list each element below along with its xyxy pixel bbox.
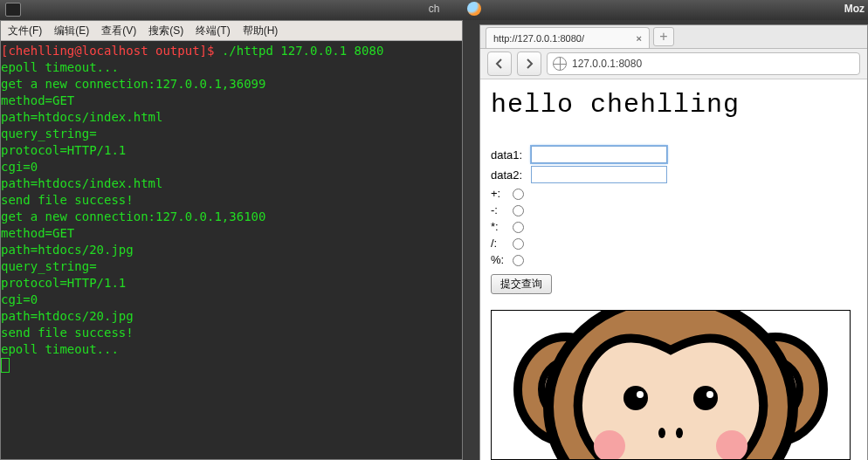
term-line: query_string= <box>1 259 97 273</box>
op-mul-radio[interactable] <box>513 222 524 233</box>
browser-window: http://127.0.0.1:8080/ × + 127.0.0.1:808… <box>479 24 868 460</box>
terminal-command: ./httpd 127.0.0.1 8080 <box>222 44 383 58</box>
op-div-radio[interactable] <box>513 238 524 250</box>
firefox-icon <box>467 2 481 16</box>
term-line: path=htdocs/index.html <box>1 176 162 190</box>
menu-view[interactable]: 查看(V) <box>101 24 136 38</box>
terminal-window: 文件(F) 编辑(E) 查看(V) 搜索(S) 终端(T) 帮助(H) [che… <box>0 20 463 460</box>
terminal-prompt: [chehlling@localhost output]$ <box>1 44 222 58</box>
forward-button[interactable] <box>517 51 541 76</box>
page-image <box>491 310 851 460</box>
op-mul-label: *: <box>491 220 508 233</box>
term-line: send file success! <box>1 193 134 207</box>
menu-search[interactable]: 搜索(S) <box>148 24 183 38</box>
term-line: path=htdocs/20.jpg <box>1 309 134 323</box>
svg-point-8 <box>706 391 713 398</box>
browser-window-title: Moz <box>844 3 865 15</box>
new-tab-button[interactable]: + <box>653 27 674 46</box>
terminal-cursor <box>1 358 10 373</box>
term-line: epoll timeout... <box>1 60 119 74</box>
svg-point-5 <box>623 386 648 410</box>
url-bar[interactable]: 127.0.0.1:8080 <box>547 52 860 75</box>
page-heading: hello chehlling <box>491 90 857 120</box>
tab-title: http://127.0.0.1:8080/ <box>493 33 584 44</box>
data2-input[interactable] <box>531 166 667 183</box>
page-content: hello chehlling data1: data2: +: -: *: /… <box>480 79 867 460</box>
term-line: path=htdocs/index.html <box>1 110 162 124</box>
op-mod-label: %: <box>491 253 508 266</box>
arrow-left-icon <box>494 58 505 69</box>
label-data2: data2: <box>491 168 531 182</box>
globe-icon <box>553 57 567 71</box>
close-icon[interactable]: × <box>637 33 642 44</box>
terminal-titlebar-icon <box>5 3 21 17</box>
op-plus-label: +: <box>491 187 508 200</box>
arrow-right-icon <box>524 58 534 69</box>
browser-tab-active[interactable]: http://127.0.0.1:8080/ × <box>486 27 650 48</box>
url-text: 127.0.0.1:8080 <box>572 58 642 70</box>
svg-point-7 <box>637 391 644 398</box>
term-line: method=GET <box>1 93 74 107</box>
svg-point-6 <box>693 386 718 410</box>
desktop-top-panel: ch Moz <box>0 0 868 20</box>
menu-file[interactable]: 文件(F) <box>8 24 42 38</box>
term-line: get a new connection:127.0.0.1,36099 <box>1 77 265 91</box>
term-line: protocol=HTTP/1.1 <box>1 276 126 290</box>
term-line: cgi=0 <box>1 160 38 174</box>
svg-point-12 <box>676 428 683 438</box>
term-line: epoll timeout... <box>1 342 119 356</box>
svg-point-11 <box>658 428 665 438</box>
terminal-output[interactable]: [chehlling@localhost output]$ ./httpd 12… <box>1 41 462 375</box>
term-line: query_string= <box>1 127 97 141</box>
term-line: protocol=HTTP/1.1 <box>1 143 126 157</box>
data1-input[interactable] <box>531 146 667 163</box>
menu-help[interactable]: 帮助(H) <box>243 24 279 38</box>
menu-terminal[interactable]: 终端(T) <box>196 24 230 38</box>
browser-tabbar: http://127.0.0.1:8080/ × + <box>480 25 867 49</box>
plus-icon: + <box>659 29 667 45</box>
term-line: method=GET <box>1 226 74 240</box>
terminal-menubar: 文件(F) 编辑(E) 查看(V) 搜索(S) 终端(T) 帮助(H) <box>1 21 462 41</box>
op-minus-label: -: <box>491 203 508 216</box>
monkey-cartoon-image <box>492 310 850 460</box>
browser-navbar: 127.0.0.1:8080 <box>480 49 867 79</box>
back-button[interactable] <box>487 51 512 76</box>
term-line: send file success! <box>1 326 134 340</box>
term-line: cgi=0 <box>1 292 38 306</box>
label-data1: data1: <box>491 148 531 161</box>
term-line: path=htdocs/20.jpg <box>1 243 134 257</box>
panel-app-title: ch <box>429 3 440 15</box>
op-mod-radio[interactable] <box>513 255 524 266</box>
term-line: get a new connection:127.0.0.1,36100 <box>1 209 265 223</box>
op-minus-radio[interactable] <box>513 205 524 216</box>
menu-edit[interactable]: 编辑(E) <box>54 24 89 38</box>
op-div-label: /: <box>491 237 508 250</box>
op-plus-radio[interactable] <box>513 189 524 200</box>
submit-button[interactable]: 提交查询 <box>491 274 552 294</box>
